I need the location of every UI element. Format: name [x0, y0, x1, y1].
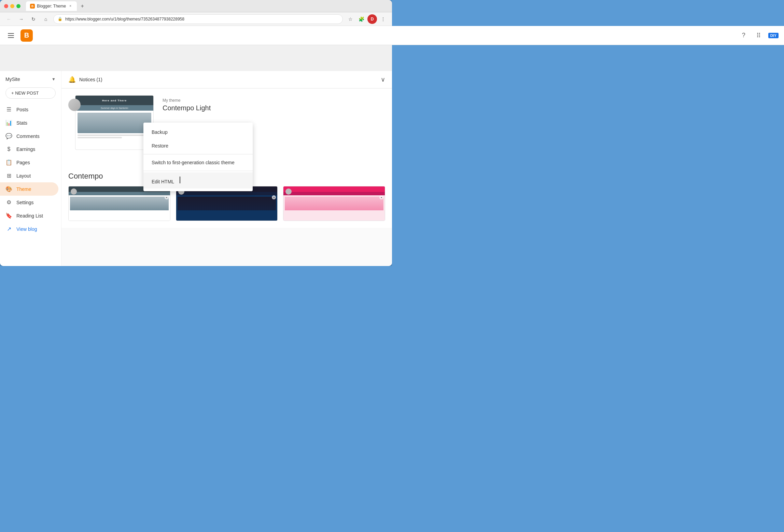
theme-preview-header: Here and There	[75, 96, 153, 105]
site-name: MySite	[5, 76, 49, 82]
layout-label: Layout	[16, 173, 31, 179]
tc-img-pink	[285, 197, 383, 210]
notices-bar: 🔔 Notices (1) ∨	[61, 71, 392, 88]
theme-card-close-pink: ×	[379, 195, 383, 199]
stats-label: Stats	[16, 120, 27, 126]
close-traffic-light[interactable]	[4, 4, 8, 8]
tc-sub-pink	[283, 192, 385, 195]
blogger-logo: B	[20, 29, 33, 42]
minimize-traffic-light[interactable]	[10, 4, 14, 8]
tab-close-button[interactable]: ×	[68, 4, 73, 9]
theme-card-preview-pink: ×	[283, 186, 385, 221]
dropdown-item-switch[interactable]: Switch to first-generation classic theme	[143, 156, 253, 169]
nav-bar: ← → ↻ ⌂ 🔒 https://www.blogger.com/u/1/bl…	[0, 12, 392, 26]
earnings-icon: $	[5, 146, 12, 152]
theme-dropdown-menu: Backup Restore Switch to first-generatio…	[143, 123, 253, 191]
refresh-button[interactable]: ↻	[29, 14, 38, 24]
tc-body-dark	[176, 195, 278, 221]
theme-preview-line2	[78, 137, 122, 138]
dropdown-item-edit-html[interactable]: Edit HTML	[143, 172, 253, 188]
home-button[interactable]: ⌂	[41, 14, 51, 24]
reading-list-label: Reading List	[16, 213, 43, 219]
theme-name: Contempo Light	[163, 104, 211, 112]
sidebar-item-posts[interactable]: ☰ Posts	[0, 103, 58, 116]
theme-preview-body	[75, 111, 153, 141]
theme-info: My theme Contempo Light	[163, 95, 211, 112]
sidebar-item-stats[interactable]: 📊 Stats	[0, 116, 58, 129]
posts-label: Posts	[16, 107, 28, 112]
theme-preview-line1	[78, 135, 151, 136]
sidebar-item-settings[interactable]: ⚙ Settings	[0, 196, 58, 209]
tab-bar: Blogger: Theme × +	[26, 1, 388, 11]
backup-label: Backup	[152, 129, 168, 135]
theme-icon: 🎨	[5, 186, 12, 192]
sidebar-item-view-blog[interactable]: ↗ View blog	[0, 222, 58, 236]
extensions-button[interactable]: 🧩	[356, 14, 366, 24]
main-layout: MySite ▼ + NEW POST ☰ Posts 📊 Stats 💬 Co…	[0, 71, 392, 266]
dropdown-item-backup[interactable]: Backup	[143, 125, 253, 139]
comments-icon: 💬	[5, 133, 12, 139]
settings-label: Settings	[16, 200, 34, 205]
tc-img-dark	[178, 197, 276, 210]
view-blog-icon: ↗	[5, 226, 12, 232]
theme-card-pink[interactable]: ×	[283, 186, 385, 221]
dropdown-divider-2	[143, 171, 253, 171]
content-area: 🔔 Notices (1) ∨ Here and There Summer da…	[61, 71, 392, 266]
browser-titlebar: Blogger: Theme × +	[0, 0, 392, 12]
layout-icon: ⊞	[5, 172, 12, 179]
profile-button[interactable]: D	[367, 14, 377, 24]
pages-icon: 📋	[5, 159, 12, 166]
notices-chevron-icon[interactable]: ∨	[381, 76, 385, 83]
nav-actions: ☆ 🧩 D ⋮	[346, 14, 388, 24]
theme-preview-subheader: Summer days in Santorini	[75, 105, 153, 111]
my-theme-area: Here and There Summer days in Santorini …	[68, 95, 385, 150]
theme-card-avatar-light	[71, 188, 77, 195]
sidebar-item-pages[interactable]: 📋 Pages	[0, 156, 58, 169]
new-post-button[interactable]: + NEW POST	[5, 87, 56, 99]
theme-grid: ×	[68, 186, 385, 221]
dropdown-divider	[143, 154, 253, 154]
theme-section: Here and There Summer days in Santorini …	[61, 88, 392, 165]
tc-img-light	[70, 197, 169, 210]
sidebar-item-comments[interactable]: 💬 Comments	[0, 129, 58, 143]
posts-icon: ☰	[5, 106, 12, 113]
settings-icon: ⚙	[5, 199, 12, 206]
theme-card-light[interactable]: ×	[68, 186, 170, 221]
tc-header-pink	[283, 186, 385, 192]
sidebar-item-theme[interactable]: 🎨 Theme	[0, 182, 58, 196]
bell-icon: 🔔	[68, 76, 76, 83]
forward-button[interactable]: →	[16, 14, 26, 24]
tc-sub-light	[69, 192, 170, 195]
tc-body-pink	[283, 195, 385, 221]
address-bar[interactable]: 🔒 https://www.blogger.com/u/1/blog/theme…	[53, 14, 343, 24]
site-selector[interactable]: MySite ▼	[0, 74, 61, 85]
notices-left: 🔔 Notices (1)	[68, 76, 102, 83]
app-header: B ? ⠿ DIY	[0, 26, 392, 45]
stats-icon: 📊	[5, 120, 12, 126]
view-blog-label: View blog	[16, 226, 37, 232]
sidebar-item-layout[interactable]: ⊞ Layout	[0, 169, 58, 182]
maximize-traffic-light[interactable]	[16, 4, 20, 8]
earnings-label: Earnings	[16, 146, 35, 152]
theme-card-close-light: ×	[165, 195, 169, 199]
more-button[interactable]: ⋮	[378, 14, 388, 24]
url-text: https://www.blogger.com/u/1/blog/themes/…	[65, 17, 338, 22]
theme-avatar	[68, 99, 81, 111]
active-tab[interactable]: Blogger: Theme ×	[26, 1, 77, 11]
theme-card-preview-light: ×	[69, 186, 170, 221]
dropdown-item-restore[interactable]: Restore	[143, 139, 253, 153]
traffic-lights	[4, 4, 20, 8]
hamburger-button[interactable]	[5, 30, 16, 41]
theme-card-dark[interactable]: ×	[176, 186, 278, 221]
bookmark-button[interactable]: ☆	[346, 14, 355, 24]
browser-window: Blogger: Theme × + ← → ↻ ⌂ 🔒 https://www…	[0, 0, 392, 266]
sidebar-item-reading-list[interactable]: 🔖 Reading List	[0, 209, 58, 222]
my-theme-label: My theme	[163, 98, 211, 103]
logo-letter: B	[24, 31, 29, 39]
back-button[interactable]: ←	[4, 14, 14, 24]
theme-label: Theme	[16, 186, 31, 192]
tab-favicon	[30, 4, 35, 9]
new-post-label: + NEW POST	[11, 90, 39, 96]
sidebar-item-earnings[interactable]: $ Earnings	[0, 143, 58, 156]
new-tab-button[interactable]: +	[78, 2, 86, 10]
